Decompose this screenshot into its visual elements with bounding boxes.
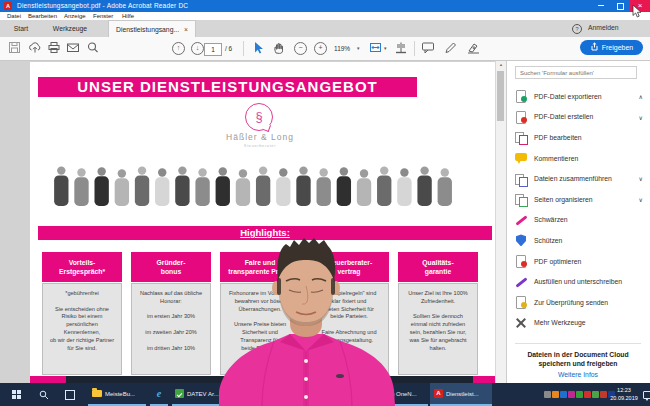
zoom-in-button[interactable]: + bbox=[314, 42, 327, 55]
tray-icon[interactable] bbox=[568, 391, 575, 398]
share-button[interactable]: Freigeben bbox=[580, 40, 643, 55]
tray-icon[interactable] bbox=[552, 391, 559, 398]
fit-caret-icon[interactable]: ▾ bbox=[384, 45, 387, 51]
help-icon[interactable]: ? bbox=[572, 24, 582, 34]
tray-icon[interactable] bbox=[560, 391, 567, 398]
previous-page-button[interactable]: ↑ bbox=[172, 42, 185, 55]
sign-button[interactable] bbox=[466, 41, 481, 56]
page-display-icon bbox=[394, 41, 408, 54]
webcam-person bbox=[216, 234, 396, 406]
fountain-pen-icon bbox=[466, 41, 481, 54]
highlight-box-body: Unser Ziel ist Ihre 100% Zufriedenheit. … bbox=[398, 283, 478, 375]
menu-fenster[interactable]: Fenster bbox=[93, 13, 113, 19]
taskbar-item-datev[interactable]: DATEV Ar... bbox=[172, 383, 220, 406]
tray-icon[interactable] bbox=[576, 391, 583, 398]
document-title-banner: UNSER DIENSTLEISTUNGSANGEBOT bbox=[38, 77, 417, 97]
sign-in-link[interactable]: Anmelden bbox=[588, 24, 619, 31]
fill-sign-icon bbox=[515, 276, 527, 288]
tool-item-label: Mehr Werkzeuge bbox=[534, 319, 586, 326]
tool-item-fill-sign[interactable]: Ausfüllen und unterschreiben bbox=[515, 271, 645, 292]
tool-item-combine-files[interactable]: Dateien zusammenführen∨ bbox=[515, 168, 645, 189]
tool-item-optimize-pdf[interactable]: PDF optimieren bbox=[515, 251, 645, 272]
save-icon bbox=[8, 41, 21, 54]
tool-item-edit-pdf[interactable]: PDF bearbeiten bbox=[515, 127, 645, 148]
tool-item-label: PDF-Datei exportieren bbox=[534, 93, 602, 100]
action-center-icon[interactable] bbox=[643, 391, 650, 399]
more-tools-icon bbox=[515, 317, 527, 329]
tab-werkzeuge[interactable]: Werkzeuge bbox=[44, 20, 96, 37]
toolbar-divider bbox=[243, 41, 244, 56]
pencil-icon bbox=[444, 41, 458, 54]
menu-datei[interactable]: Datei bbox=[7, 13, 21, 19]
taskbar-item-label: Dienstleist... bbox=[446, 391, 479, 397]
tool-item-label: Ausfüllen und unterschreiben bbox=[534, 278, 622, 285]
find-button[interactable] bbox=[86, 41, 101, 56]
datev-icon bbox=[175, 389, 184, 398]
search-icon bbox=[86, 41, 100, 54]
taskbar-item-ie[interactable]: e bbox=[150, 383, 168, 406]
page-number-input[interactable]: 1 bbox=[204, 43, 222, 56]
pencil-button[interactable] bbox=[444, 41, 459, 56]
next-page-button[interactable]: ↓ bbox=[191, 42, 204, 55]
fit-width-button[interactable] bbox=[369, 41, 384, 56]
taskbar-item-folder[interactable]: MeisteBu... bbox=[88, 383, 146, 406]
scrollbar-thumb[interactable] bbox=[497, 71, 504, 121]
chevron-down-icon[interactable]: ∨ bbox=[639, 196, 643, 203]
tool-item-comment[interactable]: Kommentieren bbox=[515, 148, 645, 169]
menu-bearbeiten[interactable]: Bearbeiten bbox=[28, 13, 57, 19]
menu-hilfe[interactable]: Hilfe bbox=[122, 13, 134, 19]
tool-item-protect[interactable]: Schützen bbox=[515, 230, 645, 251]
chevron-down-icon[interactable]: ∨ bbox=[639, 114, 643, 121]
chevron-up-icon[interactable]: ∧ bbox=[639, 93, 643, 100]
clock-date: 20.09.2019 bbox=[610, 395, 638, 401]
tool-item-send-review[interactable]: Zur Überprüfung senden bbox=[515, 292, 645, 313]
comment-button[interactable] bbox=[421, 41, 436, 56]
export-pdf-icon bbox=[515, 90, 527, 102]
email-button[interactable] bbox=[66, 41, 81, 56]
zoom-out-button[interactable]: − bbox=[294, 42, 307, 55]
windows-logo-icon bbox=[12, 390, 21, 399]
task-view-button[interactable] bbox=[60, 383, 80, 406]
hand-tool-button[interactable] bbox=[272, 41, 287, 56]
tool-item-export-pdf[interactable]: PDF-Datei exportieren∧ bbox=[515, 86, 645, 107]
share-label: Freigeben bbox=[602, 44, 634, 51]
screen: A Dienstleistungsangebot.pdf - Adobe Acr… bbox=[0, 0, 650, 406]
tool-item-label: Kommentieren bbox=[534, 155, 578, 162]
taskbar-clock[interactable]: 12:23 20.09.2019 bbox=[606, 386, 642, 403]
start-button[interactable] bbox=[6, 383, 26, 406]
tool-item-redact[interactable]: Schwärzen bbox=[515, 210, 645, 231]
tool-item-more-tools[interactable]: Mehr Werkzeuge bbox=[515, 313, 645, 334]
tray-icon[interactable] bbox=[584, 391, 591, 398]
hand-icon bbox=[272, 41, 285, 55]
menu-anzeige[interactable]: Anzeige bbox=[64, 13, 86, 19]
chevron-down-icon[interactable]: ∨ bbox=[639, 175, 643, 182]
save-button[interactable] bbox=[8, 41, 23, 56]
print-button[interactable] bbox=[47, 41, 62, 56]
tool-item-organize-pages[interactable]: Seiten organisieren∨ bbox=[515, 189, 645, 210]
tab-close-icon[interactable]: × bbox=[184, 26, 188, 33]
maximize-button[interactable] bbox=[611, 0, 629, 12]
tray-icon[interactable] bbox=[592, 391, 599, 398]
tab-document[interactable]: Dienstleistungsang... × bbox=[108, 20, 196, 38]
zoom-level-value[interactable]: 119% bbox=[334, 45, 350, 52]
taskbar-search-button[interactable] bbox=[34, 383, 54, 406]
zoom-caret-icon[interactable]: ▾ bbox=[357, 45, 360, 51]
footer-accent bbox=[473, 376, 495, 383]
share-icon bbox=[590, 42, 599, 51]
select-tool-button[interactable] bbox=[251, 41, 266, 56]
tab-bar: Start Werkzeuge Dienstleistungsang... × … bbox=[0, 20, 650, 38]
upload-cloud-button[interactable] bbox=[28, 41, 43, 56]
acrobat-app-icon: A bbox=[4, 2, 12, 10]
minimize-button[interactable] bbox=[592, 0, 610, 12]
window-titlebar: A Dienstleistungsangebot.pdf - Adobe Acr… bbox=[0, 0, 650, 12]
tool-item-label: PDF-Datei erstellen bbox=[534, 113, 593, 120]
tools-search-input[interactable] bbox=[515, 66, 637, 79]
weitere-infos-link[interactable]: Weitere Infos bbox=[513, 371, 643, 378]
page-display-button[interactable] bbox=[394, 41, 409, 56]
mouse-cursor bbox=[632, 4, 642, 18]
taskbar-item-acrobat[interactable]: A Dienstleist... bbox=[430, 383, 492, 406]
scroll-up-icon[interactable]: ▲ bbox=[497, 62, 505, 67]
tab-start[interactable]: Start bbox=[4, 20, 38, 37]
tray-icon[interactable] bbox=[544, 391, 551, 398]
tool-item-create-pdf[interactable]: PDF-Datei erstellen∨ bbox=[515, 107, 645, 128]
